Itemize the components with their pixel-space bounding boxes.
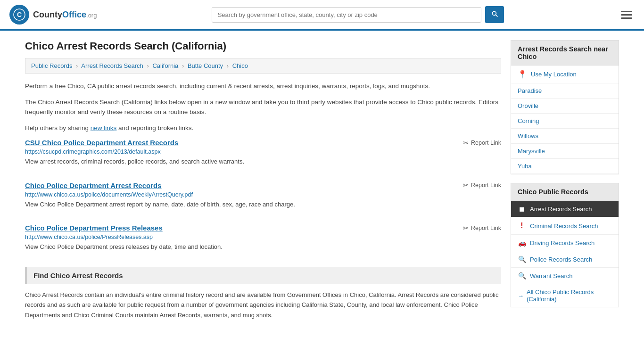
record-desc-0: View arrest records, criminal records, p… xyxy=(25,157,501,166)
report-icon-2: ✂ xyxy=(463,224,469,232)
public-record-label-3: Police Records Search xyxy=(530,256,592,263)
sidebar: Arrest Records Search near Chico 📍 Use M… xyxy=(511,40,619,326)
all-records-link[interactable]: → All Chico Public Records (California) xyxy=(511,284,619,307)
record-title-1: Chico Police Department Arrest Records xyxy=(25,181,162,189)
record-title-2: Chico Police Department Press Releases xyxy=(25,224,163,232)
record-link-2[interactable]: Chico Police Department Press Releases xyxy=(25,224,163,232)
nearby-city-0[interactable]: Paradise xyxy=(511,83,619,99)
record-entries: CSU Chico Police Department Arrest Recor… xyxy=(25,139,501,256)
sidebar-public-records-section: Chico Public Records ◼Arrest Records Sea… xyxy=(511,183,619,307)
content-area: Chico Arrest Records Search (California)… xyxy=(25,40,501,326)
breadcrumb-butte-county[interactable]: Butte County xyxy=(188,62,223,69)
breadcrumb-california[interactable]: California xyxy=(152,62,178,69)
menu-button[interactable] xyxy=(619,8,635,21)
public-record-label-4: Warrant Search xyxy=(530,272,573,280)
public-record-item-1[interactable]: !Criminal Records Search xyxy=(511,217,619,235)
public-record-item-0[interactable]: ◼Arrest Records Search xyxy=(511,201,619,217)
svg-text:C: C xyxy=(17,11,22,18)
record-desc-1: View Chico Police Department arrest repo… xyxy=(25,200,501,209)
public-record-items-list: ◼Arrest Records Search!Criminal Records … xyxy=(511,201,619,284)
public-record-item-2[interactable]: 🚗Driving Records Search xyxy=(511,235,619,251)
find-section-header: Find Chico Arrest Records xyxy=(25,267,501,284)
report-icon-0: ✂ xyxy=(463,139,469,147)
breadcrumb-chico[interactable]: Chico xyxy=(232,62,248,69)
search-button[interactable] xyxy=(485,6,504,23)
description-2: The Chico Arrest Records Search (Califor… xyxy=(25,97,501,117)
public-record-label-1: Criminal Records Search xyxy=(530,222,598,230)
record-link-1[interactable]: Chico Police Department Arrest Records xyxy=(25,181,162,189)
logo-icon: C xyxy=(9,5,29,25)
logo-text: CountyOffice.org xyxy=(33,10,97,20)
record-url-1: http://www.chico.ca.us/police/documents/… xyxy=(25,191,501,198)
report-link-2[interactable]: ✂ Report Link xyxy=(463,224,501,232)
description-1: Perform a free Chico, CA public arrest r… xyxy=(25,81,501,91)
report-link-1[interactable]: ✂ Report Link xyxy=(463,181,501,189)
search-input[interactable] xyxy=(212,7,481,23)
logo-area: C CountyOffice.org xyxy=(9,5,97,25)
public-record-item-3[interactable]: 🔍Police Records Search xyxy=(511,251,619,268)
description-3: Help others by sharing new links and rep… xyxy=(25,123,501,133)
nearby-city-1[interactable]: Oroville xyxy=(511,99,619,114)
location-icon: 📍 xyxy=(518,70,527,79)
arrest-icon: ◼ xyxy=(518,205,526,213)
nearby-city-5[interactable]: Yuba xyxy=(511,159,619,174)
report-icon-1: ✂ xyxy=(463,181,469,189)
public-record-label-0: Arrest Records Search xyxy=(530,206,592,213)
nearby-title: Arrest Records Search near Chico xyxy=(511,41,619,66)
driving-icon: 🚗 xyxy=(518,239,526,247)
new-links-link[interactable]: new links xyxy=(91,124,117,132)
breadcrumb-arrest-records-search[interactable]: Arrest Records Search xyxy=(81,62,143,69)
police-icon: 🔍 xyxy=(518,255,526,263)
use-my-location-button[interactable]: 📍 Use My Location xyxy=(511,66,619,83)
header: C CountyOffice.org xyxy=(0,0,644,31)
nearby-city-4[interactable]: Marysville xyxy=(511,144,619,159)
breadcrumb-public-records[interactable]: Public Records xyxy=(31,62,72,69)
nearby-city-3[interactable]: Willows xyxy=(511,129,619,144)
record-desc-2: View Chico Police Department press relea… xyxy=(25,242,501,252)
warrant-icon: 🔍 xyxy=(518,272,526,280)
nearby-city-2[interactable]: Corning xyxy=(511,114,619,129)
record-url-2: http://www.chico.ca.us/police/PressRelea… xyxy=(25,234,501,240)
criminal-icon: ! xyxy=(518,222,526,230)
find-section-text: Chico Arrest Records contain an individu… xyxy=(25,290,501,320)
record-entry: CSU Chico Police Department Arrest Recor… xyxy=(25,139,501,171)
nearby-cities-list: ParadiseOrovilleCorningWillowsMarysville… xyxy=(511,83,619,174)
search-area xyxy=(212,6,504,23)
public-records-title: Chico Public Records xyxy=(511,183,619,201)
breadcrumb: Public Records › Arrest Records Search ›… xyxy=(25,58,501,74)
record-link-0[interactable]: CSU Chico Police Department Arrest Recor… xyxy=(25,139,178,147)
record-title-0: CSU Chico Police Department Arrest Recor… xyxy=(25,139,178,147)
main-container: Chico Arrest Records Search (California)… xyxy=(16,31,628,335)
record-url-0: https://csucpd.crimegraphics.com/2013/de… xyxy=(25,148,501,155)
report-link-0[interactable]: ✂ Report Link xyxy=(463,139,501,147)
page-title: Chico Arrest Records Search (California) xyxy=(25,40,501,52)
record-entry: Chico Police Department Arrest Records ✂… xyxy=(25,181,501,214)
public-record-item-4[interactable]: 🔍Warrant Search xyxy=(511,268,619,284)
public-record-label-2: Driving Records Search xyxy=(530,239,594,247)
sidebar-nearby-section: Arrest Records Search near Chico 📍 Use M… xyxy=(511,40,619,174)
record-entry: Chico Police Department Press Releases ✂… xyxy=(25,224,501,256)
